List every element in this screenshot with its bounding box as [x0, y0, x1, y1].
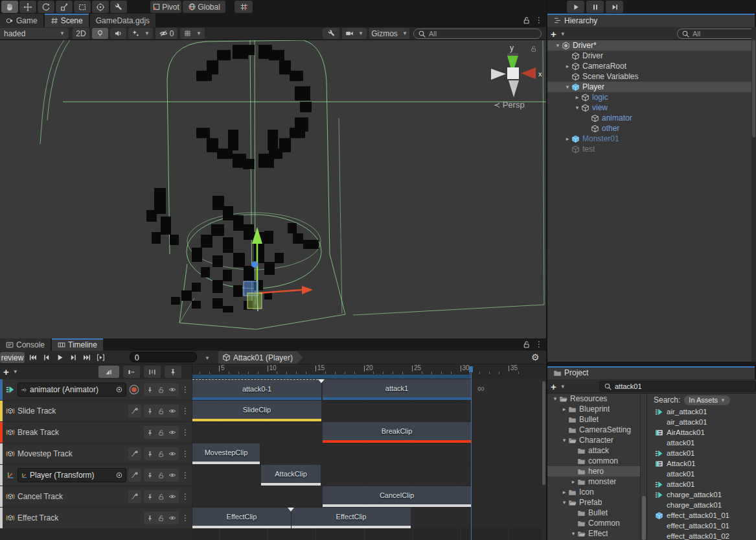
- marker-toggle-button[interactable]: [165, 366, 181, 378]
- project-folder-common[interactable]: Common: [547, 518, 640, 528]
- tab-gamedata-gdjs[interactable]: GameData.gdjs: [90, 14, 155, 27]
- project-folder-blueprint[interactable]: ▸Blueprint: [547, 404, 640, 414]
- hierarchy-item-other[interactable]: other: [547, 123, 751, 134]
- track-header-break-track[interactable]: Break Track ⋮: [0, 422, 192, 443]
- eye-icon[interactable]: [168, 471, 176, 479]
- project-folder-icon[interactable]: ▸Icon: [547, 487, 640, 497]
- expander-right-icon[interactable]: ▸: [564, 135, 571, 142]
- pivot-toggle[interactable]: Pivot: [150, 1, 181, 13]
- timeline-scrollbar[interactable]: [542, 379, 546, 540]
- track-menu-icon[interactable]: ⋮: [181, 428, 189, 436]
- hierarchy-item-driver[interactable]: Driver: [547, 51, 751, 61]
- rect-tool-button[interactable]: [74, 1, 91, 13]
- audio-toggle[interactable]: [110, 28, 126, 39]
- track-header-player-transform-[interactable]: Player (Transform) ⋮: [0, 465, 192, 486]
- scene-lock-icon[interactable]: [522, 16, 531, 25]
- hidden-objects-button[interactable]: 0: [155, 28, 178, 39]
- clip-attack1[interactable]: attack1: [323, 379, 471, 400]
- hierarchy-scrollbar[interactable]: [751, 27, 756, 362]
- lock-icon[interactable]: [157, 408, 165, 415]
- asset-effect_attack01_01[interactable]: effect_attack01_01: [647, 521, 756, 531]
- gizmos-dropdown[interactable]: Gizmos▼: [369, 28, 409, 39]
- expander-right-icon[interactable]: ▸: [560, 406, 568, 412]
- asset-air_attack01[interactable]: air_attack01: [647, 406, 756, 417]
- asset-attack01[interactable]: Attack01: [647, 458, 756, 469]
- timeline-add-button[interactable]: +▼: [3, 366, 18, 377]
- track-lane-6[interactable]: EffectClipEffectClip: [192, 508, 542, 528]
- clip-breakclip[interactable]: BreakClip: [323, 422, 471, 443]
- hierarchy-search-input[interactable]: All: [677, 29, 755, 39]
- scene-menu-icon[interactable]: ⋮: [535, 16, 543, 24]
- curves-toggle-button[interactable]: [128, 490, 141, 503]
- tab-hierarchy[interactable]: Hierarchy: [547, 14, 755, 27]
- clip-effectclip[interactable]: EffectClip: [292, 508, 411, 528]
- timeline-settings-gear-icon[interactable]: ⚙: [531, 352, 540, 362]
- expander-down-icon[interactable]: ▾: [569, 530, 577, 537]
- scene-tools-button[interactable]: [323, 28, 339, 39]
- pin-icon[interactable]: [146, 493, 154, 500]
- project-folder-attack[interactable]: attack: [547, 445, 640, 456]
- tab-scene[interactable]: Scene: [45, 14, 89, 27]
- record-button[interactable]: [128, 384, 140, 395]
- pin-icon[interactable]: [146, 429, 154, 436]
- expander-down-icon[interactable]: ▾: [560, 437, 568, 443]
- 2d-toggle[interactable]: 2D: [73, 28, 89, 39]
- target-icon[interactable]: [115, 471, 123, 479]
- lock-icon[interactable]: [157, 493, 165, 500]
- preview-toggle[interactable]: review: [0, 352, 25, 363]
- track-binding-field[interactable]: Player (Transform): [17, 468, 126, 482]
- track-menu-icon[interactable]: ⋮: [181, 450, 189, 458]
- asset-airattack01[interactable]: AirAttack01: [647, 427, 756, 438]
- pin-icon[interactable]: [146, 472, 154, 479]
- eye-icon[interactable]: [168, 450, 176, 458]
- track-header-slide-track[interactable]: Slide Track ⋮: [0, 401, 192, 421]
- track-menu-icon[interactable]: ⋮: [181, 493, 189, 500]
- eye-icon[interactable]: [168, 514, 176, 522]
- project-folder-character[interactable]: ▾Character: [547, 435, 640, 445]
- lock-icon[interactable]: [157, 451, 165, 458]
- hierarchy-item-test[interactable]: test: [547, 144, 751, 154]
- frame-dropdown-arrow[interactable]: ▼: [205, 355, 210, 361]
- project-folder-effect[interactable]: ▾Effect: [547, 528, 640, 539]
- track-binding-field[interactable]: animator (Animator): [17, 382, 126, 397]
- asset-charge_attack01[interactable]: charge_attack01: [647, 500, 756, 510]
- track-lane-5[interactable]: CancelClip: [192, 486, 542, 507]
- project-folder-resources[interactable]: ▾Resources: [547, 393, 640, 404]
- hierarchy-item-player[interactable]: ▾Player: [547, 82, 751, 92]
- expander-right-icon[interactable]: ▸: [560, 489, 568, 495]
- curves-toggle-button[interactable]: [128, 405, 141, 417]
- target-icon[interactable]: [115, 386, 123, 393]
- clip-movestepclip[interactable]: MovestepClip: [192, 443, 260, 464]
- track-menu-icon[interactable]: ⋮: [181, 407, 189, 415]
- expander-right-icon[interactable]: ▸: [569, 478, 577, 485]
- clip-attackclip[interactable]: AttackClip: [261, 465, 321, 486]
- pin-icon[interactable]: [146, 515, 154, 522]
- project-folder-bullet[interactable]: Bullet: [547, 414, 640, 425]
- asset-charge_attack01[interactable]: charge_attack01: [647, 489, 756, 500]
- expander-down-icon[interactable]: ▾: [560, 499, 568, 506]
- scene-search-input[interactable]: All: [413, 29, 542, 39]
- project-tree-scrollbar[interactable]: [640, 393, 647, 540]
- scale-tool-button[interactable]: [56, 1, 73, 13]
- pause-button[interactable]: [586, 1, 604, 13]
- shading-dropdown[interactable]: haded▼: [0, 28, 69, 39]
- hierarchy-add-button[interactable]: +▼: [551, 29, 566, 40]
- track-header-cancel-track[interactable]: Cancel Track ⋮: [0, 486, 192, 507]
- asset-effect_attack01_01[interactable]: effect_attack01_01: [647, 510, 756, 521]
- skip-start-button[interactable]: [29, 353, 37, 362]
- timeline-breadcrumb[interactable]: Attack01 (Player): [218, 351, 303, 364]
- clip-cancelclip[interactable]: CancelClip: [323, 486, 471, 507]
- track-lane-1[interactable]: SlideClip: [192, 401, 542, 421]
- mix-mode-button[interactable]: [98, 366, 119, 378]
- effects-dropdown[interactable]: ▼: [128, 28, 153, 39]
- hierarchy-item-driver-[interactable]: ▾Driver*: [547, 40, 751, 51]
- asset-attack01[interactable]: attack01: [647, 448, 756, 458]
- skip-end-button[interactable]: [83, 353, 91, 362]
- scene-camera-dropdown[interactable]: ▼: [342, 28, 367, 39]
- project-folder-common[interactable]: common: [547, 456, 640, 466]
- grid-snap-button[interactable]: [235, 1, 253, 13]
- expander-down-icon[interactable]: ▾: [573, 104, 581, 111]
- track-menu-icon[interactable]: ⋮: [181, 471, 189, 479]
- tab-project[interactable]: Project: [547, 366, 755, 379]
- grid-visibility-dropdown[interactable]: ▼: [180, 28, 205, 39]
